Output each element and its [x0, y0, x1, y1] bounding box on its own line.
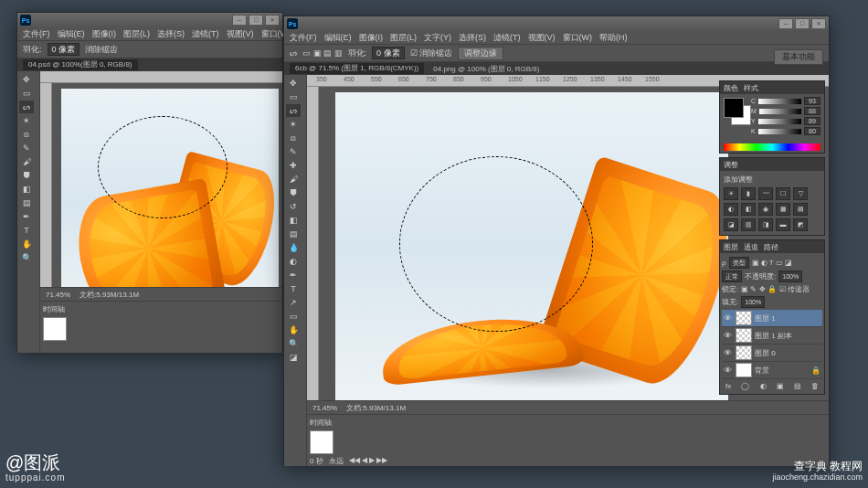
menu-layer[interactable]: 图层(L)	[123, 28, 150, 40]
type-tool-icon[interactable]: T	[19, 224, 34, 237]
pen-tool-icon[interactable]: ✒	[286, 269, 301, 281]
brightness-icon[interactable]: ☀	[724, 187, 738, 200]
c-value[interactable]: 93	[804, 97, 820, 105]
delete-icon[interactable]: 🗑	[811, 382, 819, 390]
menu-window[interactable]: 窗口(W)	[563, 32, 593, 44]
fx-icon[interactable]: fx	[725, 382, 731, 390]
color-tab[interactable]: 颜色	[724, 83, 738, 93]
photo-filter-icon[interactable]: ◉	[758, 203, 773, 216]
zoom-tool-icon[interactable]: 🔍	[286, 337, 301, 350]
menu-select[interactable]: 选择(S)	[157, 28, 185, 40]
selection-mode-icons[interactable]: ▭ ▣ ▤ ▥	[302, 48, 343, 58]
channels-tab[interactable]: 通道	[744, 242, 758, 252]
k-slider[interactable]	[758, 129, 801, 134]
m-slider[interactable]	[759, 109, 801, 114]
menu-view[interactable]: 视图(V)	[528, 32, 556, 44]
exposure-icon[interactable]: ☐	[776, 187, 790, 200]
adjustment-layer-icon[interactable]: ◐	[760, 382, 767, 390]
c-slider[interactable]	[758, 99, 801, 104]
workspace-switcher[interactable]: 基本功能	[774, 49, 823, 65]
eraser-tool-icon[interactable]: ◧	[286, 214, 301, 227]
menu-select[interactable]: 选择(S)	[459, 32, 486, 44]
pen-tool-icon[interactable]: ✒	[19, 210, 34, 223]
color-lookup-icon[interactable]: ▤	[793, 203, 808, 216]
menu-help[interactable]: 帮助(H)	[599, 32, 628, 44]
foreground-background-swatch[interactable]: ◪	[286, 351, 301, 364]
menu-filter[interactable]: 滤镜(T)	[192, 28, 219, 40]
passthrough-checkbox[interactable]: ☑ 传递器	[779, 284, 810, 294]
lock-icons[interactable]: ▣ ✎ ✥ 🔒	[741, 285, 777, 293]
menu-edit[interactable]: 编辑(E)	[324, 32, 352, 44]
feather-input[interactable]: 0 像素	[372, 47, 405, 59]
feather-input[interactable]: 0 像素	[48, 43, 80, 56]
menu-image[interactable]: 图像(I)	[92, 28, 117, 40]
channel-mixer-icon[interactable]: ▦	[776, 203, 790, 216]
zoom-level[interactable]: 71.45%	[46, 291, 70, 299]
timeline-frame-thumb[interactable]	[310, 430, 333, 454]
heal-tool-icon[interactable]: ✚	[286, 159, 301, 172]
m-value[interactable]: 88	[804, 107, 820, 115]
move-tool-icon[interactable]: ✥	[286, 77, 301, 90]
close-button[interactable]: ×	[811, 18, 826, 29]
eraser-tool-icon[interactable]: ◧	[19, 183, 34, 196]
marquee-tool-icon[interactable]: ▭	[19, 87, 34, 100]
type-tool-icon[interactable]: T	[286, 282, 301, 295]
eyedropper-tool-icon[interactable]: ✎	[286, 145, 301, 158]
y-slider[interactable]	[758, 119, 801, 124]
mask-icon[interactable]: ◯	[741, 382, 749, 390]
crop-tool-icon[interactable]: ⧈	[19, 128, 34, 141]
menu-filter[interactable]: 滤镜(T)	[493, 32, 521, 44]
fill-input[interactable]: 100%	[741, 296, 765, 308]
blur-tool-icon[interactable]: 💧	[286, 241, 301, 254]
gradient-map-icon[interactable]: ▬	[776, 218, 790, 231]
zoom-tool-icon[interactable]: 🔍	[19, 251, 34, 264]
gradient-tool-icon[interactable]: ▤	[19, 196, 34, 209]
brush-tool-icon[interactable]: 🖌	[286, 173, 301, 186]
posterize-icon[interactable]: ▥	[741, 218, 756, 231]
refine-edge-button[interactable]: 调整边缘	[458, 47, 503, 60]
color-spectrum[interactable]	[724, 143, 820, 151]
menu-type[interactable]: 文字(Y)	[424, 32, 451, 44]
hue-icon[interactable]: ◐	[724, 203, 738, 216]
selective-color-icon[interactable]: ◩	[793, 218, 808, 231]
layers-tab[interactable]: 图层	[724, 242, 738, 252]
blend-mode-dropdown[interactable]: 正常	[722, 271, 742, 282]
levels-icon[interactable]: ▮	[741, 187, 756, 200]
group-icon[interactable]: ▣	[777, 382, 784, 390]
layer-row[interactable]: 👁背景🔒	[722, 362, 822, 379]
antialias-checkbox[interactable]: 消除锯齿	[85, 44, 118, 56]
adjustments-tab[interactable]: 调整	[724, 160, 738, 170]
eyedropper-tool-icon[interactable]: ✎	[19, 142, 34, 154]
document-tab[interactable]: 04.psd @ 100%(图层 0, RGB/8)	[23, 59, 138, 70]
menu-image[interactable]: 图像(I)	[359, 32, 384, 44]
styles-tab[interactable]: 样式	[744, 83, 758, 93]
brush-tool-icon[interactable]: 🖌	[19, 155, 34, 168]
document-tab-1[interactable]: 6cb @ 71.5% (图层 1, RGB/8(CMYK))	[290, 63, 424, 74]
stamp-tool-icon[interactable]: ⛊	[286, 186, 301, 199]
minimize-button[interactable]: –	[232, 15, 247, 26]
menu-view[interactable]: 视图(V)	[227, 28, 254, 40]
new-layer-icon[interactable]: ▤	[794, 382, 801, 390]
lasso-tool-icon[interactable]: ᔕ	[286, 104, 301, 117]
visibility-icon[interactable]: 👁	[724, 331, 733, 340]
y-value[interactable]: 89	[804, 117, 820, 125]
antialias-checkbox[interactable]: ☑ 消除锯齿	[410, 48, 453, 59]
gradient-tool-icon[interactable]: ▤	[286, 228, 301, 240]
layer-row[interactable]: 👁图层 1 副本	[722, 327, 822, 345]
play-controls[interactable]: ◀◀ ◀ ▶ ▶▶	[349, 456, 388, 466]
opacity-input[interactable]: 100%	[778, 271, 802, 282]
invert-icon[interactable]: ◪	[724, 218, 738, 231]
bw-icon[interactable]: ◧	[741, 203, 756, 216]
path-tool-icon[interactable]: ↗	[286, 296, 301, 309]
marquee-tool-icon[interactable]: ▭	[286, 90, 301, 103]
curves-icon[interactable]: 〰	[758, 187, 773, 200]
maximize-button[interactable]: □	[795, 18, 810, 29]
menu-edit[interactable]: 编辑(E)	[58, 28, 85, 40]
canvas[interactable]	[52, 83, 282, 287]
layer-row[interactable]: 👁图层 1	[722, 310, 822, 327]
foreground-color-swatch[interactable]	[724, 98, 744, 118]
visibility-icon[interactable]: 👁	[724, 348, 733, 357]
paths-tab[interactable]: 路径	[764, 242, 778, 252]
close-button[interactable]: ×	[265, 15, 280, 26]
maximize-button[interactable]: □	[249, 15, 263, 26]
